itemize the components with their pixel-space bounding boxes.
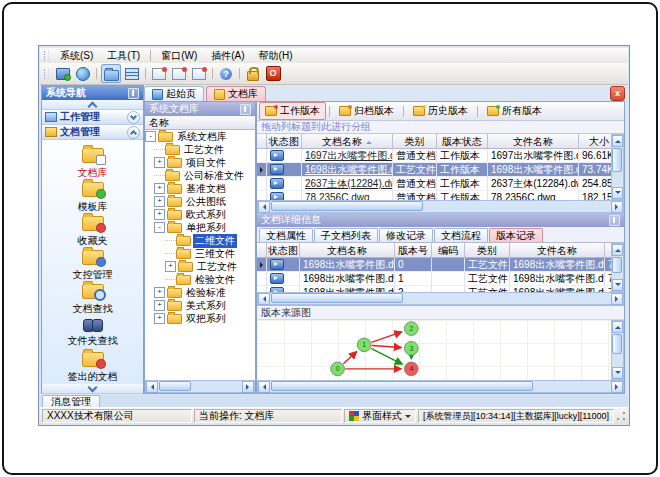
column-header-sorted[interactable]: 文档名称 bbox=[302, 134, 393, 148]
scroll-left-icon[interactable] bbox=[258, 293, 270, 305]
sidebar-item-doc-search[interactable]: 文档查找 bbox=[48, 282, 138, 316]
column-header[interactable]: 版本状态 bbox=[437, 134, 488, 148]
sidebar-item-document-library[interactable]: 文档库 bbox=[48, 146, 138, 180]
scrollbar-thumb[interactable] bbox=[271, 201, 423, 211]
scrollbar-thumb[interactable] bbox=[271, 293, 403, 303]
grid-vertical-scrollbar[interactable] bbox=[611, 243, 624, 292]
pin-icon[interactable] bbox=[240, 104, 251, 115]
workspace-button[interactable] bbox=[123, 65, 141, 82]
message-new-button[interactable] bbox=[150, 65, 168, 82]
sidebar-item-favorites[interactable]: 收藏夹 bbox=[48, 214, 138, 248]
menu-plugins[interactable]: 插件(A) bbox=[204, 48, 251, 64]
column-header[interactable]: 编码 bbox=[432, 243, 465, 257]
document-link[interactable]: 1698出水嘴零件图.dwg bbox=[305, 164, 393, 176]
table-row[interactable]: 1697出水嘴零件图.dwg 普通文档 工作版本 1697出水嘴零件图.dwg … bbox=[257, 149, 624, 163]
sidebar-item-folder-search[interactable]: 文件夹查找 bbox=[48, 316, 138, 350]
collapse-group-button[interactable] bbox=[127, 126, 140, 139]
scrollbar-thumb[interactable] bbox=[612, 334, 622, 354]
grid-vertical-scrollbar[interactable] bbox=[611, 134, 624, 200]
message-delete-button[interactable] bbox=[190, 65, 208, 82]
group-by-area[interactable]: 拖动列标题到此进行分组 bbox=[257, 121, 624, 134]
tree-horizontal-scrollbar[interactable] bbox=[145, 380, 255, 393]
help-button[interactable]: ? bbox=[217, 65, 235, 82]
scroll-left-icon[interactable] bbox=[258, 381, 270, 393]
column-header[interactable]: 版本号 bbox=[395, 243, 432, 257]
column-header[interactable]: 类别 bbox=[393, 134, 437, 148]
monitor-button[interactable] bbox=[54, 65, 72, 82]
network-button[interactable] bbox=[74, 65, 92, 82]
scroll-left-icon[interactable] bbox=[146, 381, 158, 393]
table-row[interactable]: 1698出水嘴零件图.dwg 1 工艺文件 1698出水嘴零件图.dwg 73.… bbox=[257, 272, 624, 286]
column-header[interactable]: 状态图 bbox=[267, 134, 302, 148]
sidebar-item-doc-control[interactable]: 文控管理 bbox=[48, 248, 138, 282]
tree-node[interactable]: 公司标准文件 bbox=[145, 169, 255, 182]
tree-node[interactable]: 检验文件 bbox=[145, 273, 255, 286]
tree-node[interactable]: +双把系列 bbox=[145, 312, 255, 325]
sidebar-item-template-library[interactable]: 模板库 bbox=[48, 180, 138, 214]
tab-document-properties[interactable]: 文档属性 bbox=[259, 228, 313, 242]
graph-vertical-scrollbar[interactable] bbox=[611, 320, 624, 380]
menu-window[interactable]: 窗口(W) bbox=[154, 48, 204, 64]
column-header[interactable]: 文件名称 bbox=[488, 134, 579, 148]
tree-node[interactable]: +公共图纸 bbox=[145, 195, 255, 208]
tree-node[interactable]: +检验标准 bbox=[145, 286, 255, 299]
menu-system[interactable]: 系统(S) bbox=[53, 48, 100, 64]
version-source-graph[interactable]: 01234 bbox=[257, 320, 613, 380]
column-header[interactable]: 类别 bbox=[465, 243, 510, 257]
pin-icon[interactable] bbox=[609, 215, 620, 226]
tab-document-library[interactable]: 文档库 bbox=[206, 86, 266, 101]
tree-node[interactable]: -系统文档库 bbox=[145, 130, 255, 143]
sidebar-group-docs[interactable]: 文档管理 bbox=[42, 125, 143, 140]
sidebar-item-checked-out-docs[interactable]: 签出的文档 bbox=[48, 350, 138, 384]
tree-node[interactable]: 工艺文件 bbox=[145, 143, 255, 156]
document-link[interactable]: 2637主体(12284).dwg bbox=[305, 178, 393, 190]
pin-icon[interactable] bbox=[128, 88, 139, 99]
tab-start-page[interactable]: 起始页 bbox=[144, 86, 204, 101]
document-library-button[interactable] bbox=[101, 64, 121, 83]
all-versions-button[interactable]: 所有版本 bbox=[481, 102, 548, 120]
column-header[interactable]: 文档名称 bbox=[300, 243, 395, 257]
table-row[interactable]: 78 2356C.dwg 普通文档 工作版本 78 2356C.dwg 182.… bbox=[257, 191, 624, 200]
interface-style-dropdown[interactable]: 界面样式 bbox=[344, 409, 416, 423]
scroll-down-icon[interactable] bbox=[612, 367, 623, 379]
exit-button[interactable]: O bbox=[264, 65, 282, 82]
sidebar-collapse-button[interactable] bbox=[42, 100, 143, 110]
grid-horizontal-scrollbar[interactable] bbox=[257, 200, 624, 213]
table-row[interactable]: 1698出水嘴零件图.dwg 2 工艺文件 1698出水嘴零件图.dwg 73.… bbox=[257, 286, 624, 292]
table-row-selected[interactable]: 1698出水嘴零件图.dwg 0 工艺文件 1698出水嘴零件图.dwg 73.… bbox=[257, 258, 624, 272]
scrollbar-thumb[interactable] bbox=[271, 381, 533, 391]
tab-document-flow[interactable]: 文档流程 bbox=[434, 228, 488, 242]
scroll-right-icon[interactable] bbox=[611, 201, 623, 213]
table-row[interactable]: 2637主体(12284).dwg 普通文档 工作版本 2637主体(12284… bbox=[257, 177, 624, 191]
document-link[interactable]: 1697出水嘴零件图.dwg bbox=[305, 150, 393, 162]
tree-node-selected[interactable]: 二维文件 bbox=[145, 234, 255, 247]
scroll-right-icon[interactable] bbox=[242, 381, 254, 393]
tab-sub-document-list[interactable]: 子文档列表 bbox=[314, 228, 378, 242]
sidebar-expand-button[interactable] bbox=[42, 384, 143, 394]
tree-column-header[interactable]: 名称 bbox=[145, 116, 255, 130]
table-row-selected[interactable]: 1698出水嘴零件图.dwg 工艺文件 工作版本 1698出水嘴零件图.dwg … bbox=[257, 163, 624, 177]
column-header[interactable]: 状态图 bbox=[267, 243, 300, 257]
expand-group-button[interactable] bbox=[127, 111, 140, 124]
scrollbar-thumb[interactable] bbox=[612, 257, 622, 273]
menu-help[interactable]: 帮助(H) bbox=[252, 48, 300, 64]
scrollbar-thumb[interactable] bbox=[159, 381, 191, 391]
tree-node[interactable]: +欧式系列 bbox=[145, 208, 255, 221]
message-reply-button[interactable] bbox=[170, 65, 188, 82]
tree-node[interactable]: +工艺文件 bbox=[145, 260, 255, 273]
scroll-down-icon[interactable] bbox=[612, 279, 623, 291]
tab-modification-record[interactable]: 修改记录 bbox=[379, 228, 433, 242]
history-version-button[interactable]: 历史版本 bbox=[407, 102, 474, 120]
resize-grip[interactable] bbox=[616, 411, 626, 421]
scroll-right-icon[interactable] bbox=[611, 381, 623, 393]
column-header[interactable]: 文件名称 bbox=[510, 243, 605, 257]
tree-node[interactable]: +基准文档 bbox=[145, 182, 255, 195]
menu-tools[interactable]: 工具(T) bbox=[100, 48, 147, 64]
tree-node[interactable]: 三维文件 bbox=[145, 247, 255, 260]
tree-node[interactable]: -单把系列 bbox=[145, 221, 255, 234]
close-icon[interactable]: x bbox=[610, 86, 625, 101]
work-version-button[interactable]: 工作版本 bbox=[259, 102, 326, 120]
graph-horizontal-scrollbar[interactable] bbox=[257, 380, 624, 393]
scroll-up-icon[interactable] bbox=[612, 244, 623, 256]
tree-node[interactable]: +项目文件 bbox=[145, 156, 255, 169]
